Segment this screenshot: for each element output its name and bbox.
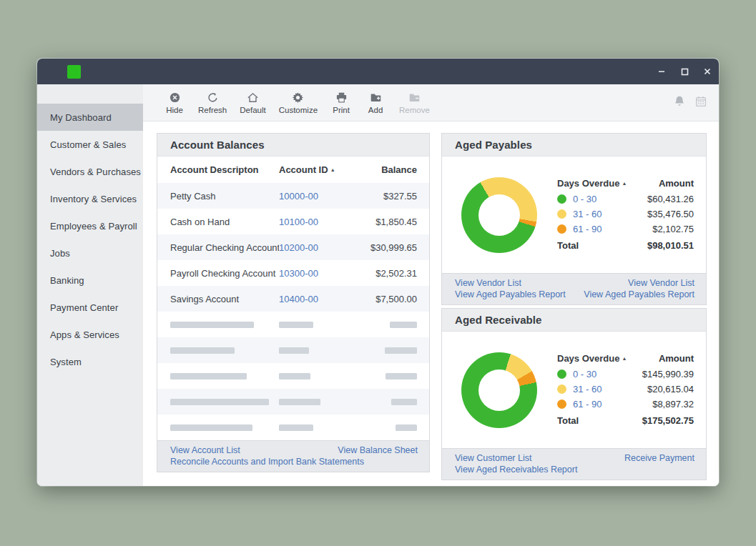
donut-hole	[478, 369, 520, 411]
view-customer-list-link[interactable]: View Customer List	[455, 452, 577, 464]
add-button[interactable]: Add	[365, 91, 386, 114]
sidebar-item-payment-center[interactable]: Payment Center	[37, 294, 143, 321]
print-button[interactable]: Print	[330, 91, 352, 114]
sidebar-item-customer-sales[interactable]: Customer & Sales	[37, 131, 143, 158]
remove-button[interactable]: Remove	[399, 91, 430, 114]
amount-value: $20,615.04	[647, 384, 694, 394]
account-table-header: Account Descripton Account ID▲ Balance	[157, 157, 429, 183]
hide-button[interactable]: Hide	[164, 91, 185, 114]
legend-header-days-overdue[interactable]: Days Overdue▲	[557, 353, 659, 364]
account-description: Payroll Checking Account	[157, 268, 279, 279]
sidebar-item-employees-payroll[interactable]: Employees & Payroll	[37, 212, 143, 239]
placeholder-row	[157, 415, 429, 440]
donut-hole	[478, 194, 520, 236]
add-label: Add	[368, 106, 383, 114]
account-id-link[interactable]: 10400-00	[279, 294, 318, 304]
view-balance-sheet-link[interactable]: View Balance Sheet	[338, 445, 418, 456]
view-vendor-list-link[interactable]: View Vendor List	[455, 277, 566, 289]
table-row: Cash on Hand 10100-00 $1,850.45	[157, 209, 429, 234]
account-id-link[interactable]: 10000-00	[279, 191, 318, 202]
aged-payables-title: Aged Payables	[442, 134, 706, 157]
aged-receivable-legend: Days Overdue▲ Amount 0 - 30 $145,990.39 …	[557, 350, 694, 430]
table-row: Petty Cash 10000-00 $327.55	[157, 183, 429, 209]
view-vendor-list-link[interactable]: View Vendor List	[628, 277, 694, 289]
view-account-list-link[interactable]: View Account List	[170, 445, 240, 456]
account-balances-panel: Account Balances Account Descripton Acco…	[157, 133, 430, 472]
window-controls	[650, 59, 719, 84]
placeholder-row	[157, 389, 429, 415]
app-window: My Dashboard Customer & Sales Vendors & …	[37, 59, 719, 486]
sidebar-item-vendors-purchases[interactable]: Vendors & Purchases	[37, 158, 143, 185]
range-0-30-link[interactable]: 0 - 30	[573, 194, 597, 204]
hide-label: Hide	[166, 106, 183, 114]
legend-total-row: Total $98,010.51	[557, 237, 694, 254]
range-31-60-link[interactable]: 31 - 60	[573, 384, 602, 394]
reconcile-accounts-link[interactable]: Reconcile Accounts and Import Bank State…	[170, 456, 364, 467]
view-aged-payables-report-link[interactable]: View Aged Payables Report	[584, 289, 694, 300]
aged-payables-footer: View Vendor List View Aged Payables Repo…	[442, 273, 706, 304]
calendar-icon[interactable]	[694, 95, 707, 111]
sidebar-item-jobs[interactable]: Jobs	[37, 239, 143, 267]
aged-payables-donut-chart	[461, 177, 537, 253]
aged-receivable-title: Aged Receivable	[442, 309, 706, 332]
column-header-balance[interactable]: Balance	[358, 164, 429, 175]
folder-add-icon	[370, 91, 382, 104]
sort-ascending-icon: ▲	[622, 356, 627, 361]
minimize-icon	[657, 67, 666, 76]
sort-ascending-icon: ▲	[330, 167, 335, 172]
account-id-link[interactable]: 10200-00	[279, 242, 318, 253]
total-amount: $98,010.51	[647, 240, 694, 251]
refresh-button[interactable]: Refresh	[198, 91, 227, 114]
legend-total-row: Total $175,502.75	[557, 412, 694, 430]
range-0-30-link[interactable]: 0 - 30	[573, 369, 597, 379]
table-row: Payroll Checking Account 10300-00 $2,502…	[157, 260, 429, 286]
sidebar-item-my-dashboard[interactable]: My Dashboard	[37, 104, 143, 131]
customize-button[interactable]: Customize	[279, 91, 318, 114]
sidebar-item-banking[interactable]: Banking	[37, 267, 143, 294]
gear-icon	[292, 91, 304, 104]
placeholder-row	[157, 363, 429, 389]
close-button[interactable]	[696, 59, 719, 84]
legend-row: 31 - 60 $20,615.04	[557, 382, 694, 397]
sidebar-nav: My Dashboard Customer & Sales Vendors & …	[37, 84, 143, 486]
aged-payables-panel: Aged Payables Days Overdue▲ Amount 0 - 3…	[441, 133, 707, 305]
home-icon	[247, 91, 259, 104]
legend-header-amount[interactable]: Amount	[659, 178, 694, 189]
total-label: Total	[557, 415, 642, 426]
minimize-button[interactable]	[650, 59, 673, 84]
sidebar-item-inventory-services[interactable]: Inventory & Services	[37, 185, 143, 212]
view-aged-payables-report-link[interactable]: View Aged Payables Report	[455, 289, 566, 300]
sidebar-item-system[interactable]: System	[37, 348, 143, 375]
refresh-icon	[207, 91, 219, 104]
account-description: Petty Cash	[157, 191, 279, 202]
receive-payment-link[interactable]: Receive Payment	[624, 452, 694, 464]
default-button[interactable]: Default	[240, 91, 265, 114]
account-description: Savings Account	[157, 294, 279, 304]
app-logo-icon	[67, 65, 81, 79]
range-61-90-link[interactable]: 61 - 90	[573, 224, 602, 234]
notifications-bell-icon[interactable]	[673, 95, 686, 111]
yellow-dot-icon	[557, 209, 566, 219]
total-label: Total	[557, 240, 647, 251]
account-balance: $2,502.31	[358, 268, 429, 279]
account-id-link[interactable]: 10300-00	[279, 268, 318, 279]
sort-ascending-icon: ▲	[622, 181, 627, 186]
range-31-60-link[interactable]: 31 - 60	[573, 209, 602, 219]
aged-receivable-footer: View Customer List View Aged Receivables…	[442, 448, 706, 480]
legend-row: 31 - 60 $35,476.50	[557, 207, 694, 222]
customize-label: Customize	[279, 106, 318, 114]
refresh-label: Refresh	[198, 106, 227, 114]
range-61-90-link[interactable]: 61 - 90	[573, 399, 602, 409]
view-aged-receivables-report-link[interactable]: View Aged Receivables Report	[455, 464, 577, 475]
column-header-description[interactable]: Account Descripton	[157, 164, 279, 175]
print-label: Print	[333, 106, 350, 114]
printer-icon	[335, 91, 348, 104]
account-id-link[interactable]: 10100-00	[279, 217, 318, 227]
column-header-account-id[interactable]: Account ID▲	[279, 164, 358, 175]
remove-label: Remove	[399, 106, 430, 114]
account-description: Cash on Hand	[157, 217, 279, 227]
maximize-button[interactable]	[673, 59, 696, 84]
sidebar-item-apps-services[interactable]: Apps & Services	[37, 321, 143, 348]
legend-header-amount[interactable]: Amount	[659, 353, 694, 364]
legend-header-days-overdue[interactable]: Days Overdue▲	[557, 178, 659, 189]
